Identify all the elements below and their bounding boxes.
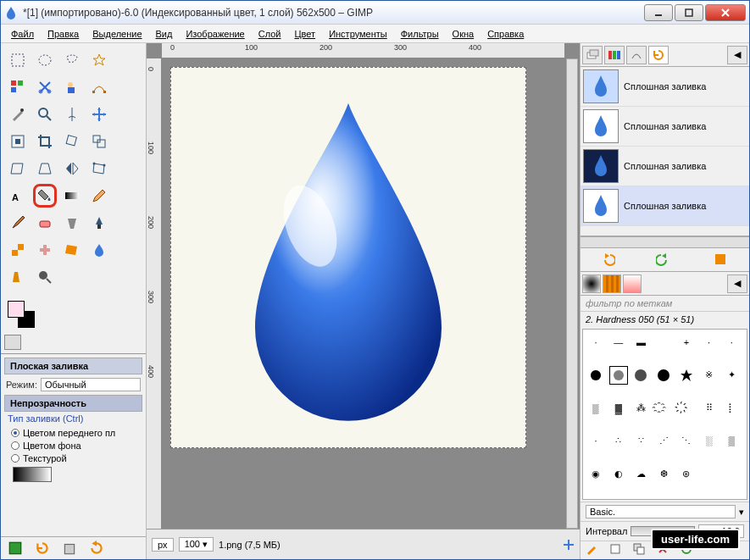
menu-image[interactable]: Изображение — [179, 27, 251, 41]
pencil-tool[interactable] — [87, 184, 111, 208]
measure-tool[interactable] — [60, 103, 84, 126]
menu-select[interactable]: Выделение — [86, 27, 148, 41]
brush-grid[interactable]: · — ▬ + · · ※ ✦ ▒ ▓ ⁂ ҈ ҉ ⠿ ⡇ — [582, 329, 747, 500]
navigate-icon[interactable] — [563, 539, 575, 551]
minimize-button[interactable] — [644, 4, 673, 21]
brush-cell[interactable]: ∵ — [631, 431, 650, 450]
menu-file[interactable]: Файл — [4, 27, 41, 41]
perspective-tool[interactable] — [33, 157, 57, 180]
brush-cell[interactable]: ⊛ — [677, 464, 696, 483]
brush-cell[interactable]: · — [586, 333, 605, 352]
texture-swatch[interactable] — [13, 467, 52, 482]
by-color-select-tool[interactable] — [6, 75, 30, 99]
brush-cell[interactable]: ※ — [700, 366, 719, 385]
perspective-clone-tool[interactable] — [60, 238, 84, 262]
brush-cell[interactable]: ◐ — [609, 464, 628, 483]
menu-color[interactable]: Цвет — [287, 27, 322, 41]
brush-cell[interactable] — [631, 366, 650, 385]
brush-cell[interactable]: + — [677, 333, 696, 352]
preset-select[interactable]: Basic. — [586, 505, 736, 518]
blend-tool[interactable] — [60, 184, 84, 208]
fuzzy-select-tool[interactable] — [87, 48, 111, 72]
restore-options-icon[interactable] — [35, 541, 50, 556]
brush-cell[interactable]: — — [609, 333, 628, 352]
ellipse-select-tool[interactable] — [33, 48, 57, 72]
undo-item[interactable]: Сплошная заливка — [581, 147, 749, 186]
cage-tool[interactable] — [87, 157, 111, 180]
undo-item[interactable]: Сплошная заливка — [581, 107, 749, 147]
crop-tool[interactable] — [33, 130, 57, 153]
paths-tool[interactable] — [87, 75, 111, 99]
blur-tool[interactable] — [87, 238, 111, 262]
zoom-tool[interactable] — [33, 103, 57, 126]
undo-item[interactable]: Сплошная заливка — [581, 186, 749, 226]
shear-tool[interactable] — [6, 157, 30, 180]
brush-cell[interactable]: ⁂ — [631, 399, 650, 418]
menu-edit[interactable]: Правка — [41, 27, 86, 41]
undo-icon[interactable] — [600, 252, 617, 269]
close-button[interactable] — [705, 4, 746, 21]
brush-cell[interactable] — [654, 366, 673, 385]
maximize-button[interactable] — [675, 4, 703, 21]
brush-cell[interactable]: ⋱ — [677, 431, 696, 450]
preset-dropdown-icon[interactable]: ▾ — [739, 507, 744, 518]
brush-cell[interactable]: ◉ — [586, 464, 605, 483]
menu-tools[interactable]: Инструменты — [322, 27, 394, 41]
patterns-tab-icon[interactable] — [603, 274, 621, 293]
tool-options-tab-icon[interactable] — [4, 335, 21, 350]
align-tool[interactable] — [6, 130, 30, 153]
layers-tab-icon[interactable] — [582, 46, 603, 64]
paths-tab-icon[interactable] — [626, 46, 647, 64]
brush-cell[interactable]: ҉ — [677, 399, 696, 418]
flip-tool[interactable] — [60, 157, 84, 180]
free-select-tool[interactable] — [60, 48, 84, 72]
channels-tab-icon[interactable] — [604, 46, 625, 64]
brush-cell[interactable]: ⋰ — [654, 431, 673, 450]
dodge-tool[interactable] — [33, 265, 57, 289]
duplicate-brush-icon[interactable] — [633, 543, 648, 558]
brush-cell[interactable]: ▒ — [586, 399, 605, 418]
reset-options-icon[interactable] — [89, 541, 104, 556]
brush-cell[interactable] — [654, 333, 673, 352]
undo-item[interactable]: Сплошная заливка — [581, 67, 749, 107]
move-tool[interactable] — [87, 103, 111, 126]
brush-cell[interactable] — [586, 366, 605, 385]
dock-menu-icon[interactable]: ◀ — [727, 274, 747, 293]
unit-selector[interactable]: px — [152, 538, 174, 552]
brush-cell[interactable]: ☁ — [631, 464, 650, 483]
mode-select[interactable]: Обычный — [41, 378, 141, 391]
brushes-tab-icon[interactable] — [582, 274, 601, 293]
edit-brush-icon[interactable] — [586, 543, 601, 558]
menu-windows[interactable]: Окна — [446, 27, 481, 41]
paintbrush-tool[interactable] — [6, 211, 30, 235]
brush-cell[interactable]: ❆ — [654, 464, 673, 483]
ruler-vertical[interactable]: 0 100 200 300 400 — [147, 58, 162, 544]
brush-cell[interactable]: ▓ — [609, 399, 628, 418]
brush-cell[interactable]: · — [722, 333, 741, 352]
brush-cell[interactable]: · — [700, 333, 719, 352]
color-picker-tool[interactable] — [6, 103, 30, 126]
scale-tool[interactable] — [87, 130, 111, 153]
brush-cell[interactable]: ∴ — [609, 431, 628, 450]
dock-menu-icon[interactable]: ◀ — [727, 46, 747, 64]
foreground-color[interactable] — [8, 301, 25, 318]
menu-help[interactable]: Справка — [481, 27, 531, 41]
zoom-input[interactable]: 100 ▾ — [179, 537, 214, 552]
foreground-select-tool[interactable] — [60, 75, 84, 99]
ink-tool[interactable] — [87, 211, 111, 235]
brush-cell[interactable] — [677, 366, 696, 385]
brush-cell[interactable]: · — [586, 431, 605, 450]
undo-history-list[interactable]: Сплошная заливка Сплошная заливка Сплошн… — [581, 67, 749, 236]
bucket-fill-tool[interactable] — [33, 184, 57, 208]
new-brush-icon[interactable] — [609, 543, 625, 558]
text-tool[interactable]: A — [6, 184, 30, 208]
brush-cell[interactable]: ⡇ — [722, 399, 741, 418]
ruler-horizontal[interactable]: 0 100 200 300 400 — [162, 43, 564, 58]
brush-cell[interactable] — [609, 366, 628, 385]
brush-cell[interactable]: ░ — [700, 431, 719, 450]
fill-bg-radio[interactable]: Цветом фона — [11, 441, 136, 451]
clear-undo-icon[interactable] — [713, 252, 730, 269]
undo-scrollbar[interactable] — [581, 236, 749, 248]
scrollbar-vertical[interactable] — [566, 58, 578, 529]
canvas-viewport[interactable] — [162, 58, 564, 529]
